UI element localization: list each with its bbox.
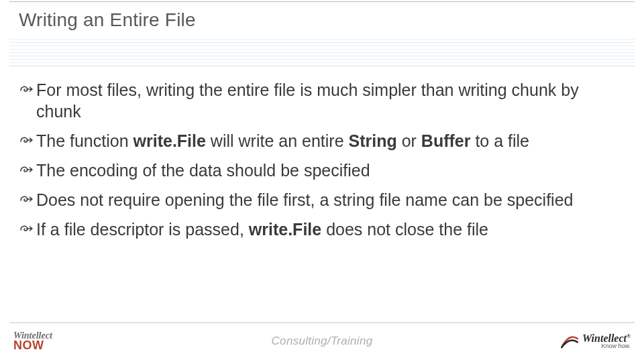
bullet-text: Does not require opening the file first,… [36,189,625,210]
swirl-arrow-icon [19,193,36,205]
bullet-item: The encoding of the data should be speci… [19,160,625,181]
bullet-text: The function write.File will write an en… [36,130,625,152]
logo-wintellect-now: Wintellect NOW [13,332,52,351]
swoosh-icon [561,333,578,350]
logo-wintellect: Wintellect® Know how. [561,333,631,350]
swirl-arrow-icon [19,83,36,95]
swirl-arrow-icon [19,223,36,235]
footer-center-text: Consulting/Training [9,335,635,348]
bullet-text: If a file descriptor is passed, write.Fi… [36,219,625,240]
slide-title: Writing an Entire File [19,9,625,31]
bullet-item: If a file descriptor is passed, write.Fi… [19,219,625,240]
logo-right-brand: Wintellect® [582,333,631,343]
logo-right-tagline: Know how. [582,343,631,349]
bullet-text: The encoding of the data should be speci… [36,160,625,181]
top-divider [9,1,635,2]
pinstripe-band [9,39,635,66]
bullet-list: For most files, writing the entire file … [19,79,625,248]
title-area: Writing an Entire File [19,9,625,31]
footer-bar: Wintellect NOW Consulting/Training Winte… [9,322,635,357]
logo-left-line2: NOW [13,340,52,351]
bullet-item: The function write.File will write an en… [19,130,625,152]
bullet-text: For most files, writing the entire file … [36,79,625,122]
swirl-arrow-icon [19,134,36,146]
swirl-arrow-icon [19,164,36,176]
bullet-item: Does not require opening the file first,… [19,189,625,210]
bullet-item: For most files, writing the entire file … [19,79,625,122]
